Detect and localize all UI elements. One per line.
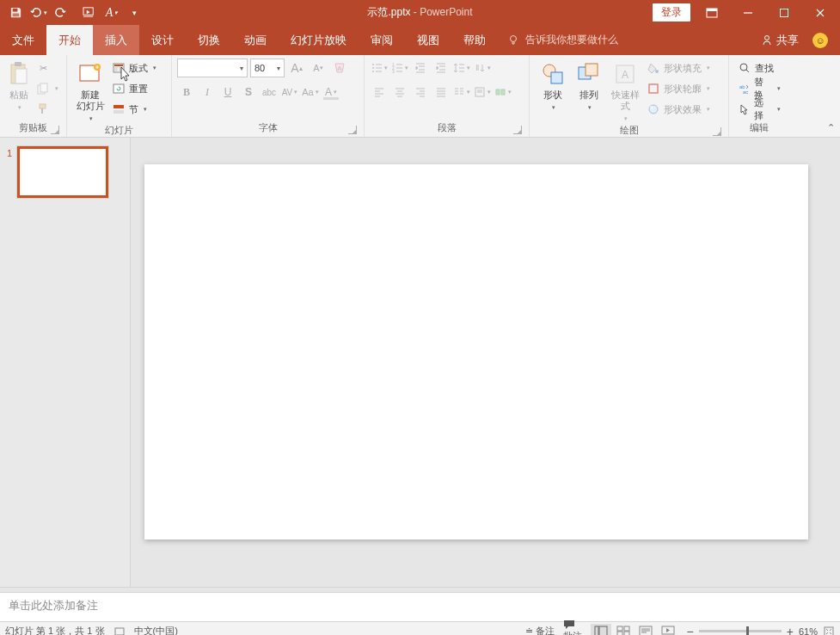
- increase-font-icon[interactable]: A▴: [287, 59, 306, 77]
- zoom-level[interactable]: 61%: [799, 626, 818, 636]
- notes-toggle[interactable]: ≐ 备注: [525, 625, 555, 635]
- strikethrough-icon[interactable]: abc: [260, 83, 279, 102]
- character-spacing-icon[interactable]: AV▾: [280, 83, 299, 102]
- font-size-combo[interactable]: 80▾: [250, 59, 285, 77]
- feedback-smiley-icon[interactable]: ☺: [812, 33, 828, 48]
- thumbnail-item[interactable]: 1: [7, 146, 123, 198]
- shadow-icon[interactable]: S: [239, 83, 258, 102]
- align-center-icon[interactable]: [390, 83, 409, 102]
- drawing-launcher[interactable]: [713, 127, 721, 136]
- arrange-button[interactable]: 排列▾: [571, 59, 607, 113]
- paragraph-launcher[interactable]: [513, 126, 522, 134]
- align-text-icon[interactable]: ▾: [473, 83, 492, 102]
- svg-rect-30: [496, 89, 500, 95]
- shape-fill-button[interactable]: 形状填充▾: [643, 59, 714, 77]
- tab-slideshow[interactable]: 幻灯片放映: [279, 25, 359, 55]
- qat-customize-icon[interactable]: ▾: [124, 3, 144, 23]
- ribbon-tabs: 文件 开始 插入 设计 切换 动画 幻灯片放映 审阅 视图 帮助 告诉我你想要做…: [0, 25, 840, 55]
- paste-button[interactable]: 粘贴▾: [5, 59, 33, 113]
- zoom-in-icon[interactable]: +: [787, 625, 794, 636]
- svg-point-22: [372, 64, 374, 65]
- tab-review[interactable]: 审阅: [359, 25, 405, 55]
- layout-button[interactable]: 版式▾: [108, 59, 160, 77]
- zoom-slider[interactable]: [699, 630, 782, 632]
- replace-button[interactable]: abac替换▾: [734, 79, 784, 98]
- accessibility-icon[interactable]: [113, 626, 126, 636]
- select-button[interactable]: 选择▾: [734, 100, 784, 119]
- format-painter-button[interactable]: [33, 100, 62, 119]
- select-icon: [738, 102, 751, 116]
- shape-effects-button[interactable]: 形状效果▾: [643, 100, 714, 119]
- columns-icon[interactable]: ▾: [452, 83, 471, 102]
- tab-design[interactable]: 设计: [139, 25, 186, 55]
- font-launcher[interactable]: [348, 126, 357, 134]
- font-family-combo[interactable]: ▾: [177, 59, 248, 77]
- svg-rect-31: [501, 89, 505, 95]
- svg-rect-35: [586, 64, 598, 76]
- comments-toggle[interactable]: 批注: [563, 620, 582, 635]
- minimize-icon[interactable]: [733, 3, 763, 23]
- undo-icon[interactable]: ▾: [28, 3, 48, 23]
- normal-view-icon[interactable]: [591, 624, 611, 636]
- italic-icon[interactable]: I: [198, 83, 217, 102]
- ribbon-display-options-icon[interactable]: [697, 3, 727, 23]
- slide-count[interactable]: 幻灯片 第 1 张，共 1 张: [5, 625, 105, 635]
- quick-styles-button[interactable]: A 快速样式▾: [607, 59, 643, 124]
- tab-help[interactable]: 帮助: [451, 25, 498, 55]
- bullets-icon[interactable]: ▾: [370, 59, 389, 77]
- decrease-indent-icon[interactable]: [411, 59, 430, 77]
- align-right-icon[interactable]: [411, 83, 430, 102]
- line-spacing-icon[interactable]: ▾: [452, 59, 471, 77]
- slide-editor[interactable]: [131, 138, 840, 587]
- fit-to-window-icon[interactable]: [823, 626, 835, 636]
- text-direction-icon[interactable]: Ⅱ▾: [473, 59, 492, 77]
- svg-rect-48: [599, 626, 607, 635]
- copy-button[interactable]: ▾: [33, 79, 62, 98]
- slide-thumbnails-pane[interactable]: 1: [0, 138, 131, 587]
- increase-indent-icon[interactable]: [432, 59, 451, 77]
- language[interactable]: 中文(中国): [134, 625, 178, 635]
- smartart-icon[interactable]: ▾: [494, 83, 512, 102]
- decrease-font-icon[interactable]: A▾: [309, 59, 328, 77]
- zoom-out-icon[interactable]: −: [687, 625, 694, 636]
- shapes-button[interactable]: 形状▾: [535, 59, 571, 113]
- slide-thumbnail[interactable]: [17, 146, 108, 198]
- slide-canvas[interactable]: [144, 164, 808, 539]
- tab-home[interactable]: 开始: [46, 25, 93, 55]
- group-paragraph: ▾ 123▾ ▾ Ⅱ▾ ▾ ▾ ▾ 段落: [365, 55, 530, 137]
- collapse-ribbon-icon[interactable]: ⌃: [827, 122, 835, 133]
- section-button[interactable]: 节▾: [108, 100, 160, 119]
- tab-insert[interactable]: 插入: [93, 25, 139, 55]
- slide-sorter-view-icon[interactable]: [613, 624, 634, 636]
- align-left-icon[interactable]: [370, 83, 389, 102]
- share-button[interactable]: 共享: [761, 33, 799, 48]
- tab-view[interactable]: 视图: [405, 25, 451, 55]
- tab-transitions[interactable]: 切换: [186, 25, 232, 55]
- clipboard-launcher[interactable]: [51, 126, 59, 134]
- tell-me-search[interactable]: 告诉我你想要做什么: [508, 25, 618, 55]
- touch-mode-icon[interactable]: A▾: [101, 3, 122, 23]
- numbering-icon[interactable]: 123▾: [390, 59, 409, 77]
- redo-icon[interactable]: [50, 3, 71, 23]
- maximize-icon[interactable]: [769, 3, 799, 23]
- justify-icon[interactable]: [432, 83, 451, 102]
- clear-formatting-icon[interactable]: A: [330, 59, 349, 77]
- change-case-icon[interactable]: Aa▾: [301, 83, 320, 102]
- tab-file[interactable]: 文件: [0, 25, 46, 55]
- reading-view-icon[interactable]: [635, 624, 656, 636]
- bold-icon[interactable]: B: [177, 83, 196, 102]
- login-button[interactable]: 登录: [653, 3, 690, 22]
- shape-outline-button[interactable]: 形状轮廓▾: [643, 79, 714, 98]
- find-button[interactable]: 查找: [734, 59, 784, 77]
- notes-pane[interactable]: 单击此处添加备注: [0, 592, 840, 621]
- cut-button[interactable]: ✂: [33, 59, 62, 77]
- slideshow-view-icon[interactable]: [658, 624, 678, 636]
- new-slide-button[interactable]: 新建 幻灯片 ▾: [72, 59, 108, 124]
- save-icon[interactable]: [5, 3, 26, 23]
- close-icon[interactable]: [806, 3, 835, 23]
- reset-button[interactable]: 重置: [108, 79, 160, 98]
- underline-icon[interactable]: U: [218, 83, 237, 102]
- tab-animations[interactable]: 动画: [232, 25, 279, 55]
- start-from-beginning-icon[interactable]: [79, 3, 100, 23]
- font-color-icon[interactable]: A▾: [322, 83, 340, 102]
